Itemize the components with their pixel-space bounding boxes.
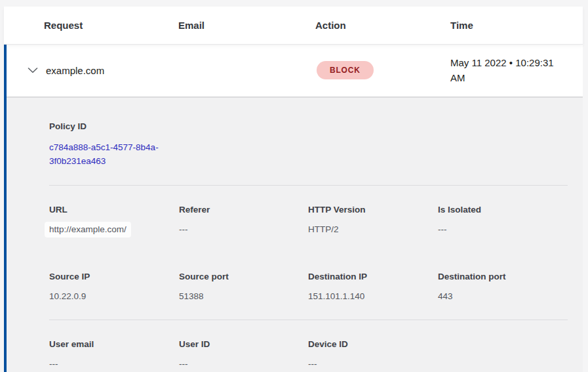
field-http-version: HTTP Version HTTP/2 [308,205,438,238]
field-label: Referer [179,205,308,215]
policy-id-label: Policy ID [49,121,568,132]
field-value: http://example.com/ [45,222,131,238]
field-label: Destination IP [308,272,438,282]
log-table: Request Email Action Time example.com BL… [4,7,583,372]
section-divider [49,185,568,186]
field-is-isolated: Is Isolated --- [438,205,568,238]
field-source-ip: Source IP 10.22.0.9 [49,272,179,302]
column-header-action: Action [315,20,450,31]
field-value: 443 [438,291,568,302]
table-header-row: Request Email Action Time [4,7,583,44]
action-cell: BLOCK [315,61,450,79]
field-destination-ip: Destination IP 151.101.1.140 [308,272,438,302]
field-label: Is Isolated [438,205,568,215]
field-label: Device ID [308,339,438,350]
field-url: URL http://example.com/ [49,205,179,238]
detail-row-request-info: URL http://example.com/ Referer --- HTTP… [49,205,568,238]
time-cell: May 11 2022 • 10:29:31 AM [450,55,583,85]
field-label: HTTP Version [308,205,438,215]
field-label: Destination port [438,272,568,282]
chevron-down-icon [28,68,38,73]
field-label: Source IP [49,272,179,282]
table-row[interactable]: example.com BLOCK May 11 2022 • 10:29:31… [7,44,583,98]
field-label: URL [49,205,179,215]
field-user-id: User ID --- [179,339,308,370]
detail-row-network-info: Source IP 10.22.0.9 Source port 51388 De… [49,272,568,302]
detail-row-user-info: User email --- User ID --- Device ID --- [49,339,568,370]
section-divider [49,320,568,320]
request-cell: example.com [44,65,178,76]
field-value: 51388 [179,291,308,302]
field-value: 151.101.1.140 [308,291,438,302]
field-user-email: User email --- [49,339,179,370]
field-value: --- [179,358,308,370]
column-header-request: Request [44,20,178,31]
policy-id-field: Policy ID c784a888-a5c1-4577-8b4a-3f0b23… [49,121,568,168]
field-label: User ID [179,339,308,350]
field-source-port: Source port 51388 [179,272,308,302]
field-label: User email [49,339,179,350]
field-value: --- [438,224,568,236]
row-detail-panel: Policy ID c784a888-a5c1-4577-8b4a-3f0b23… [7,98,583,372]
column-header-time: Time [450,20,583,31]
policy-id-link[interactable]: c784a888-a5c1-4577-8b4a-3f0b231ea463 [49,140,180,168]
field-value: --- [49,358,179,370]
expand-toggle[interactable] [7,68,44,73]
field-empty [438,339,568,370]
block-status-badge: BLOCK [317,61,374,79]
expanded-row-group: example.com BLOCK May 11 2022 • 10:29:31… [4,44,583,372]
column-header-email: Email [178,20,315,31]
field-value: HTTP/2 [308,224,438,236]
field-label: Source port [179,272,308,282]
field-value: --- [179,224,308,236]
field-referer: Referer --- [179,205,308,238]
field-destination-port: Destination port 443 [438,272,568,302]
field-device-id: Device ID --- [308,339,438,370]
field-value: 10.22.0.9 [49,291,179,302]
field-value: --- [308,358,438,370]
